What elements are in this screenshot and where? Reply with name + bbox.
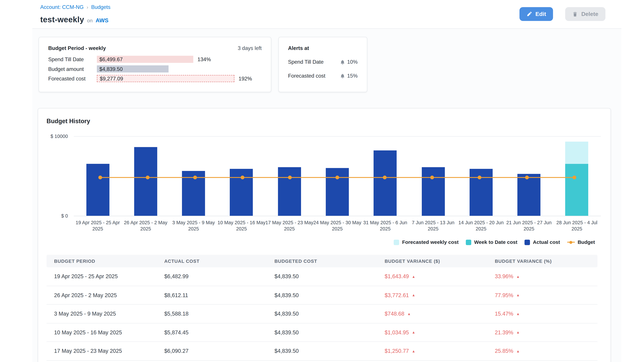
budget-line-point[interactable]	[383, 176, 386, 179]
chart-x-label: 19 Apr 2025 - 25 Apr 2025	[74, 220, 122, 232]
chart-x-label: 14 Jun 2025 - 20 Jun 2025	[457, 220, 505, 232]
budgeted-cost-cell: $4,839.50	[267, 292, 377, 298]
table-header-cell: BUDGET PERIOD	[46, 259, 157, 264]
chart-x-label: 17 May 2025 - 23 May 2025	[265, 220, 314, 232]
table-row: 19 Apr 2025 - 25 Apr 2025$6,482.99$4,839…	[46, 267, 598, 286]
budgeted-cost-cell: $4,839.50	[267, 273, 377, 280]
budget-line-point[interactable]	[98, 176, 102, 179]
budget-period-rows: Spend Till Date$6,499.67134%Budget amoun…	[48, 56, 262, 82]
trash-icon	[572, 11, 578, 17]
cloud-provider-label: AWS	[96, 17, 108, 24]
budgeted-cost-cell: $4,839.50	[267, 311, 377, 317]
budget-variance-pct-cell: 25.85%▲	[487, 348, 598, 354]
budget-period-row-value: $4,839.50	[100, 66, 123, 72]
budget-variance-pct-cell: 21.39%▲	[487, 329, 598, 336]
budget-period-cell: 19 Apr 2025 - 25 Apr 2025	[46, 273, 157, 280]
title-row: test-weekly on AWS	[40, 15, 108, 24]
breadcrumb-budgets-link[interactable]: Budgets	[91, 4, 110, 10]
alert-row: Forecasted cost15%	[288, 73, 358, 79]
actual-cost-cell: $6,482.99	[157, 273, 267, 280]
delete-button[interactable]: Delete	[565, 7, 606, 21]
budget-period-row: Budget amount$4,839.50	[48, 65, 262, 72]
budget-line-point[interactable]	[193, 176, 197, 179]
bell-icon	[340, 73, 345, 79]
chart-plot: $ 10000 $ 0	[74, 136, 601, 216]
budget-variance-pct-cell: 33.96%▲	[487, 273, 598, 280]
budget-period-cell: 3 May 2025 - 9 May 2025	[46, 311, 157, 317]
budget-history-title: Budget History	[46, 118, 90, 124]
legend-swatch	[524, 240, 530, 245]
caret-up-icon: ▲	[407, 312, 411, 316]
caret-up-icon: ▲	[412, 293, 416, 297]
budget-budget-bar: $4,839.50	[97, 65, 169, 72]
edit-button-label: Edit	[535, 11, 546, 17]
legend-swatch	[466, 240, 471, 245]
actual-cost-cell: $8,612.11	[157, 292, 267, 298]
budget-line-point[interactable]	[430, 176, 434, 179]
delete-button-label: Delete	[581, 11, 598, 17]
budget-line-point[interactable]	[241, 176, 244, 179]
variance-value: $1,034.95	[384, 329, 409, 336]
alert-threshold-value: 15%	[347, 73, 358, 79]
budget-period-row-percent: 192%	[239, 76, 252, 81]
chart-x-label: 28 Jun 2025 - 4 Jul 2025	[552, 220, 601, 232]
table-header-cell: BUDGET VARIANCE (%)	[487, 259, 598, 264]
table-header-row: BUDGET PERIODACTUAL COSTBUDGETED COSTBUD…	[46, 255, 598, 267]
table-header-cell: BUDGET VARIANCE ($)	[377, 259, 487, 264]
budget-line-marker	[567, 240, 575, 245]
legend-item[interactable]: Actual cost	[524, 239, 560, 245]
page-title: test-weekly	[40, 15, 84, 24]
y-axis-label-bottom: $ 0	[36, 213, 68, 218]
alert-threshold-value: 10%	[347, 59, 358, 65]
budget-variance-usd-cell: $1,643.49▲	[377, 273, 487, 280]
variance-value: 21.39%	[495, 329, 513, 336]
chart-x-label: 24 May 2025 - 30 May 2025	[313, 220, 362, 232]
caret-up-icon: ▲	[516, 331, 520, 334]
legend-item[interactable]: Forecasted weekly cost	[394, 239, 459, 245]
budget-variance-usd-cell: $1,250.77▲	[377, 348, 487, 354]
legend-item[interactable]: Budget	[567, 239, 595, 245]
legend-label: Actual cost	[533, 239, 560, 245]
budget-period-row-percent: 134%	[198, 56, 211, 62]
chart-x-labels: 19 Apr 2025 - 25 Apr 202526 Apr 2025 - 2…	[74, 220, 601, 238]
legend-label: Week to Date cost	[474, 239, 518, 245]
chevron-right-icon: ›	[86, 4, 88, 10]
legend-dot	[569, 241, 572, 244]
budget-line-point[interactable]	[478, 176, 481, 179]
table-body: 19 Apr 2025 - 25 Apr 2025$6,482.99$4,839…	[46, 267, 598, 361]
caret-up-icon: ▲	[516, 275, 520, 278]
variance-value: $748.68	[384, 311, 404, 317]
table-row: 3 May 2025 - 9 May 2025$5,588.18$4,839.5…	[46, 305, 598, 323]
y-axis-label-top: $ 10000	[36, 134, 68, 139]
alert-row-label: Forecasted cost	[288, 73, 325, 79]
budget-line-point[interactable]	[288, 176, 292, 179]
caret-up-icon: ▲	[516, 349, 520, 353]
legend-label: Budget	[578, 239, 595, 245]
budget-spend-bar: $6,499.67	[97, 56, 193, 63]
table-row: 10 May 2025 - 16 May 2025$5,874.45$4,839…	[46, 323, 598, 342]
edit-button[interactable]: Edit	[520, 7, 553, 21]
budget-line-point[interactable]	[572, 176, 576, 179]
pencil-icon	[526, 11, 532, 17]
alerts-card: Alerts at Spend Till Date10%Forecasted c…	[278, 37, 367, 92]
budget-variance-pct-cell: 15.47%▲	[487, 311, 598, 317]
budget-period-row: Forecasted cost$9,277.09192%	[48, 75, 262, 82]
budget-line-point[interactable]	[525, 176, 529, 179]
budget-period-card: Budget Period - weekly 3 days left Spend…	[38, 37, 271, 92]
budget-line-point[interactable]	[336, 176, 339, 179]
actual-cost-cell: $5,588.18	[157, 311, 267, 317]
budget-period-row: Spend Till Date$6,499.67134%	[48, 56, 262, 63]
budget-forecast-bar: $9,277.09	[97, 75, 234, 82]
alert-row: Spend Till Date10%	[288, 59, 358, 65]
variance-value: 15.47%	[495, 311, 513, 317]
caret-up-icon: ▲	[412, 275, 416, 278]
budget-line-point[interactable]	[146, 176, 150, 179]
budget-variance-usd-cell: $3,772.61▲	[377, 292, 487, 298]
table-row: 26 Apr 2025 - 2 May 2025$8,612.11$4,839.…	[46, 286, 598, 305]
chart-x-label: 31 May 2025 - 6 Jun 2025	[361, 220, 410, 232]
alerts-card-header: Alerts at	[288, 45, 358, 51]
legend-item[interactable]: Week to Date cost	[466, 239, 518, 245]
actual-cost-cell: $5,874.45	[157, 329, 267, 336]
breadcrumb-account-link[interactable]: Account: CCM-NG	[40, 4, 84, 10]
budget-period-cell: 17 May 2025 - 23 May 2025	[46, 348, 157, 354]
